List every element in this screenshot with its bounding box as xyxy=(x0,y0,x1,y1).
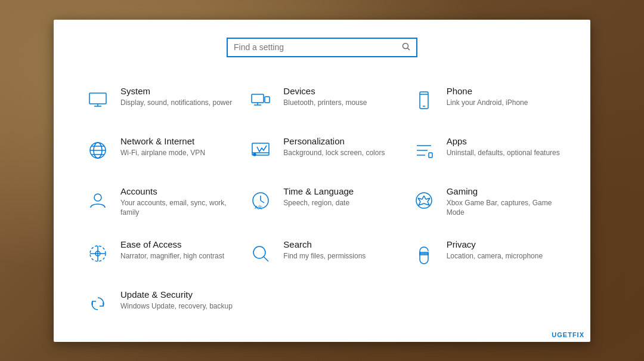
search-icon xyxy=(246,239,275,268)
update-icon xyxy=(83,289,112,318)
setting-item-time[interactable]: A文 Time & Language Speech, region, date xyxy=(240,175,403,229)
item-title-ease: Ease of Access xyxy=(120,239,224,249)
item-subtitle-phone: Link your Android, iPhone xyxy=(447,98,528,108)
setting-item-ease[interactable]: Ease of Access Narrator, magnifier, high… xyxy=(78,229,240,279)
time-icon: A文 xyxy=(246,186,275,215)
setting-item-personalization[interactable]: Personalization Background, lock screen,… xyxy=(240,125,403,175)
svg-text:A文: A文 xyxy=(255,205,262,210)
item-title-personalization: Personalization xyxy=(283,136,385,146)
item-subtitle-gaming: Xbox Game Bar, captures, Game Mode xyxy=(447,198,561,218)
ease-icon xyxy=(83,239,112,268)
setting-item-apps[interactable]: Apps Uninstall, defaults, optional featu… xyxy=(404,125,566,175)
setting-item-gaming[interactable]: Gaming Xbox Game Bar, captures, Game Mod… xyxy=(404,175,566,229)
svg-point-28 xyxy=(416,193,432,208)
svg-line-44 xyxy=(264,257,268,261)
watermark: UGETFIX xyxy=(552,331,584,338)
system-icon xyxy=(83,86,112,115)
item-subtitle-search: Find my files, permissions xyxy=(283,251,366,261)
item-title-privacy: Privacy xyxy=(447,239,543,249)
svg-point-18 xyxy=(253,153,256,156)
item-subtitle-privacy: Location, camera, microphone xyxy=(447,251,543,261)
devices-icon xyxy=(246,86,275,115)
gaming-icon xyxy=(410,186,438,215)
item-subtitle-apps: Uninstall, defaults, optional features xyxy=(447,148,560,158)
svg-rect-6 xyxy=(265,97,270,103)
item-title-phone: Phone xyxy=(447,86,528,96)
item-subtitle-personalization: Background, lock screen, colors xyxy=(283,148,385,158)
svg-point-23 xyxy=(94,194,101,201)
item-title-update: Update & Security xyxy=(120,289,233,300)
item-subtitle-network: Wi-Fi, airplane mode, VPN xyxy=(120,148,205,158)
item-title-apps: Apps xyxy=(447,136,560,146)
network-icon xyxy=(83,136,112,165)
apps-icon xyxy=(410,136,438,165)
item-title-network: Network & Internet xyxy=(120,136,205,146)
setting-item-network[interactable]: Network & Internet Wi-Fi, airplane mode,… xyxy=(78,125,240,175)
item-title-accounts: Accounts xyxy=(120,186,234,196)
settings-grid: System Display, sound, notifications, po… xyxy=(78,75,566,329)
item-subtitle-devices: Bluetooth, printers, mouse xyxy=(283,98,367,108)
item-subtitle-update: Windows Update, recovery, backup xyxy=(120,301,233,311)
item-title-gaming: Gaming xyxy=(447,186,561,196)
item-subtitle-ease: Narrator, magnifier, high contrast xyxy=(120,251,224,261)
svg-rect-2 xyxy=(89,93,106,104)
setting-item-accounts[interactable]: Accounts Your accounts, email, sync, wor… xyxy=(78,175,240,229)
search-icon xyxy=(402,42,410,53)
svg-line-1 xyxy=(408,48,410,50)
item-subtitle-time: Speech, region, date xyxy=(283,198,354,208)
item-title-system: System xyxy=(120,86,232,96)
item-title-devices: Devices xyxy=(283,86,367,96)
setting-item-privacy[interactable]: Privacy Location, camera, microphone xyxy=(404,229,566,279)
search-input[interactable] xyxy=(234,42,402,52)
svg-line-29 xyxy=(424,196,426,199)
search-bar-container xyxy=(227,38,417,57)
svg-point-0 xyxy=(403,43,408,48)
personalization-icon xyxy=(246,136,275,165)
phone-icon xyxy=(410,86,438,115)
item-title-time: Time & Language xyxy=(283,186,354,196)
svg-rect-5 xyxy=(252,94,264,103)
svg-line-38 xyxy=(422,196,424,199)
privacy-icon xyxy=(410,239,438,268)
svg-line-26 xyxy=(261,200,264,203)
item-title-search: Search xyxy=(283,239,366,249)
accounts-icon xyxy=(83,186,112,215)
setting-item-search[interactable]: Search Find my files, permissions xyxy=(240,229,403,279)
setting-item-phone[interactable]: Phone Link your Android, iPhone xyxy=(404,75,566,125)
setting-item-devices[interactable]: Devices Bluetooth, printers, mouse xyxy=(240,75,403,125)
item-subtitle-system: Display, sound, notifications, power xyxy=(120,98,232,108)
search-bar xyxy=(227,38,417,57)
setting-item-update[interactable]: Update & Security Windows Update, recove… xyxy=(78,279,240,329)
settings-window: System Display, sound, notifications, po… xyxy=(54,20,590,342)
item-subtitle-accounts: Your accounts, email, sync, work, family xyxy=(120,198,234,218)
svg-rect-22 xyxy=(429,153,432,158)
setting-item-system[interactable]: System Display, sound, notifications, po… xyxy=(78,75,240,125)
